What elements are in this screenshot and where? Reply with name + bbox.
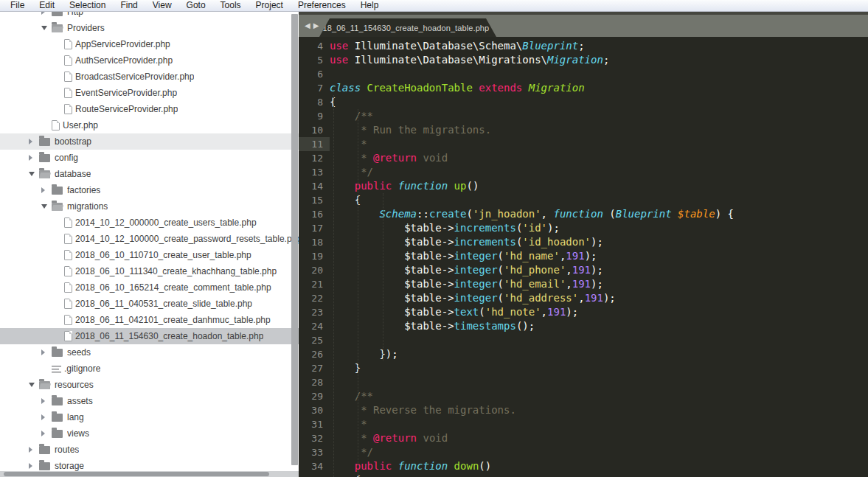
file-tree: HttpProvidersAppServiceProvider.phpAuthS… <box>0 12 299 474</box>
tab-close-icon[interactable]: × <box>496 24 502 32</box>
line-number: 33 <box>299 445 330 459</box>
sidebar-horizontal-scrollbar-track[interactable] <box>0 471 299 477</box>
tree-item-user-php[interactable]: User.php <box>0 117 299 133</box>
tree-item-label: bootstrap <box>55 136 91 147</box>
line-number: 20 <box>299 263 330 277</box>
folder-icon <box>52 12 63 16</box>
line-number: 19 <box>299 249 330 263</box>
line-number: 13 <box>299 165 330 179</box>
tree-item-broadcastserviceprovider-php[interactable]: BroadcastServiceProvider.php <box>0 69 299 85</box>
menu-item-view[interactable]: View <box>145 0 179 11</box>
chevron-collapsed-icon[interactable] <box>41 414 52 420</box>
code-line-17: 17 $table->increments('id'); <box>299 221 868 235</box>
tree-item--gitignore[interactable]: .gitignore <box>0 361 299 377</box>
tree-item-2018-06-11-040531-create-slide-table-php[interactable]: 2018_06_11_040531_create_slide_table.php <box>0 296 299 312</box>
file-icon <box>64 55 72 66</box>
folder-open-icon <box>52 203 63 211</box>
indent-guide <box>333 95 334 477</box>
tree-item-resources[interactable]: resources <box>0 377 299 393</box>
folder-open-icon <box>39 170 50 178</box>
chevron-collapsed-icon[interactable] <box>41 398 52 404</box>
tab-prev-icon[interactable]: ◀ <box>305 19 310 32</box>
tree-item-appserviceprovider-php[interactable]: AppServiceProvider.php <box>0 36 299 52</box>
line-number: 16 <box>299 207 330 221</box>
tree-item-seeds[interactable]: seeds <box>0 344 299 361</box>
line-number: 34 <box>299 459 330 473</box>
code-line-20: 20 $table->integer('hd_phone',191); <box>299 263 868 277</box>
code-editor[interactable]: 4use Illuminate\Database\Schema\Blueprin… <box>299 37 868 477</box>
menu-item-help[interactable]: Help <box>353 0 386 11</box>
chevron-expanded-icon[interactable] <box>41 204 52 209</box>
tree-item-label: views <box>67 428 89 439</box>
tree-item-routeserviceprovider-php[interactable]: RouteServiceProvider.php <box>0 101 299 117</box>
tree-item-2018-06-10-110710-create-user-table-php[interactable]: 2018_06_10_110710_create_user_table.php <box>0 247 299 263</box>
tree-item-2018-06-11-154630-create-hoadon-table-php[interactable]: 2018_06_11_154630_create_hoadon_table.ph… <box>0 328 299 344</box>
tree-item-label: Http <box>67 12 83 17</box>
menu-item-selection[interactable]: Selection <box>62 0 113 11</box>
menu-bar: FileEditSelectionFindViewGotoToolsProjec… <box>0 0 868 12</box>
file-tree-sidebar[interactable]: HttpProvidersAppServiceProvider.phpAuthS… <box>0 12 299 477</box>
line-number: 5 <box>299 53 330 67</box>
code-line-19: 19 $table->integer('hd_name',191); <box>299 249 868 263</box>
tree-item-label: EventServiceProvider.php <box>75 88 177 98</box>
code-line-text: use Illuminate\Database\Schema\Blueprint… <box>330 39 585 53</box>
chevron-collapsed-icon[interactable] <box>29 139 39 145</box>
code-line-30: 30 * Reverse the migrations. <box>299 403 868 417</box>
tree-item-2014-10-12-000000-create-users-table-php[interactable]: 2014_10_12_000000_create_users_table.php <box>0 215 299 231</box>
tab-active-file[interactable]: 2018_06_11_154630_create_hoadon_table.ph… <box>319 18 496 37</box>
tree-item-database[interactable]: database <box>0 166 299 182</box>
chevron-collapsed-icon[interactable] <box>41 187 52 193</box>
tab-next-icon[interactable]: ▶ <box>313 19 319 32</box>
menu-item-project[interactable]: Project <box>249 0 291 11</box>
tree-item-migrations[interactable]: migrations <box>0 198 299 215</box>
tree-item-assets[interactable]: assets <box>0 393 299 409</box>
line-number: 11 <box>299 137 330 151</box>
line-number: 29 <box>299 389 330 403</box>
tree-item-2018-06-10-165214-create-comment-table-php[interactable]: 2018_06_10_165214_create_comment_table.p… <box>0 279 299 296</box>
menu-item-goto[interactable]: Goto <box>179 0 213 11</box>
file-icon <box>64 234 72 244</box>
menu-item-find[interactable]: Find <box>113 0 145 11</box>
code-line-10: 10 * Run the migrations. <box>299 123 868 137</box>
chevron-collapsed-icon[interactable] <box>29 155 39 161</box>
tree-item-label: 2018_06_11_154630_create_hoadon_table.ph… <box>75 331 263 341</box>
tree-item-eventserviceprovider-php[interactable]: EventServiceProvider.php <box>0 85 299 101</box>
chevron-collapsed-icon[interactable] <box>29 463 39 469</box>
menu-item-file[interactable]: File <box>3 0 32 11</box>
tree-item-label: RouteServiceProvider.php <box>75 104 178 114</box>
code-line-23: 23 $table->text('hd_note',191); <box>299 305 868 319</box>
chevron-expanded-icon[interactable] <box>29 172 39 176</box>
chevron-collapsed-icon[interactable] <box>41 349 52 355</box>
chevron-collapsed-icon[interactable] <box>29 447 39 453</box>
code-line-35: 35 { <box>299 473 868 477</box>
chevron-expanded-icon[interactable] <box>41 26 52 30</box>
chevron-collapsed-icon[interactable] <box>41 12 52 15</box>
sidebar-vertical-scrollbar[interactable] <box>291 14 298 465</box>
tree-item-lang[interactable]: lang <box>0 409 299 425</box>
chevron-collapsed-icon[interactable] <box>41 431 52 436</box>
file-icon <box>52 120 60 130</box>
menu-item-edit[interactable]: Edit <box>32 0 62 11</box>
code-line-text: $table->increments('id_hoadon'); <box>330 235 603 249</box>
tree-item-2018-06-10-111340-create-khachhang-table-php[interactable]: 2018_06_10_111340_create_khachhang_table… <box>0 263 299 279</box>
menu-item-tools[interactable]: Tools <box>213 0 249 11</box>
tree-item-bootstrap[interactable]: bootstrap <box>0 133 299 150</box>
tree-item-config[interactable]: config <box>0 150 299 166</box>
code-line-22: 22 $table->integer('hd_address',191); <box>299 291 868 305</box>
tree-item-authserviceprovider-php[interactable]: AuthServiceProvider.php <box>0 52 299 69</box>
tree-item-views[interactable]: views <box>0 425 299 442</box>
tree-item-providers[interactable]: Providers <box>0 20 299 36</box>
code-line-15: 15 { <box>299 193 868 207</box>
menu-item-preferences[interactable]: Preferences <box>291 0 353 11</box>
code-line-text: */ <box>330 165 373 179</box>
tree-item-http[interactable]: Http <box>0 12 299 20</box>
tree-item-2018-06-11-042101-create-danhmuc-table-php[interactable]: 2018_06_11_042101_create_danhmuc_table.p… <box>0 312 299 328</box>
tree-item-factories[interactable]: factories <box>0 182 299 198</box>
tree-item-routes[interactable]: routes <box>0 442 299 458</box>
chevron-expanded-icon[interactable] <box>29 383 39 387</box>
code-line-7: 7class CreateHoadonTable extends Migrati… <box>299 81 868 95</box>
tree-item-2014-10-12-100000-create-password-resets-table-php[interactable]: 2014_10_12_100000_create_password_resets… <box>0 231 299 247</box>
code-line-text: * Run the migrations. <box>330 123 491 137</box>
code-line-12: 12 * @return void <box>299 151 868 165</box>
sidebar-horizontal-scrollbar-thumb[interactable] <box>4 472 269 476</box>
